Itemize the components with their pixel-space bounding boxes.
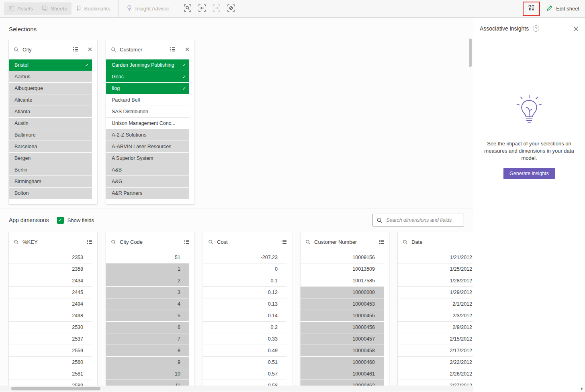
list-item[interactable]: 0 [203,263,286,275]
list-item[interactable]: 2494 [9,298,92,310]
list-icon[interactable] [281,239,287,245]
list-item[interactable]: A-ARVIN Laser Resources [106,141,189,152]
list-icon[interactable] [87,239,92,245]
list-icon[interactable] [378,239,384,245]
list-item[interactable]: 2530 [9,322,92,333]
list-item[interactable]: 1/25/2012 [398,263,473,275]
list-item[interactable]: Bolton [9,188,92,199]
close-panel-icon[interactable] [573,26,579,31]
sheets-button[interactable]: Sheets [37,2,71,15]
search-icon[interactable] [111,239,116,245]
list-item[interactable]: 1/29/2012 [398,287,473,298]
list-item[interactable]: Aarhus [9,71,92,82]
list-item[interactable]: 2358 [9,263,92,275]
list-item[interactable]: Atlanta [9,106,92,117]
list-item[interactable]: 2434 [9,275,92,286]
list-item[interactable]: Geac [106,71,189,82]
list-item[interactable]: 4 [106,298,189,310]
list-item[interactable]: 2/9/2012 [398,322,473,333]
clear-selections-button[interactable] [224,2,238,16]
close-icon[interactable] [185,47,190,52]
search-icon[interactable] [403,239,408,245]
list-item[interactable]: Packard Bell [106,94,189,106]
search-icon[interactable] [14,239,19,245]
close-icon[interactable] [88,47,92,52]
list-item[interactable]: 9 [106,357,189,368]
search-icon[interactable] [111,47,116,52]
list-item[interactable]: Ilog [106,83,189,94]
list-item[interactable]: 1 [106,263,189,275]
list-icon[interactable] [73,47,78,52]
list-item[interactable]: 0.1 [203,275,286,286]
insight-advisor-button[interactable]: Insight Advisor [122,2,174,15]
list-item[interactable]: 1/28/2012 [398,275,473,286]
list-item[interactable]: SAS Distribution [106,106,189,117]
list-item[interactable]: Berlin [9,164,92,176]
show-fields-checkbox[interactable] [57,217,64,224]
search-icon[interactable] [208,239,213,245]
list-item[interactable]: 5 [106,310,189,321]
horizontal-scrollbar-thumb[interactable] [11,387,100,390]
list-item[interactable]: 2353 [9,252,92,263]
list-item[interactable]: 2559 [9,345,92,356]
selections-tool-button[interactable] [528,4,535,13]
list-item[interactable]: Unison Management Conc... [106,118,189,129]
list-item[interactable]: 10013509 [301,263,384,275]
list-item[interactable]: 0.51 [203,357,286,368]
horizontal-scrollbar[interactable] [0,386,473,392]
list-item[interactable]: A Superior System [106,153,189,164]
list-item[interactable]: 2498 [9,310,92,321]
list-item[interactable]: 2/15/2012 [398,333,473,345]
scroll-right-arrow[interactable] [581,387,583,390]
list-item[interactable]: 0.12 [203,287,286,298]
list-item[interactable]: 0.14 [203,310,286,321]
list-item[interactable]: Carden Jennings Publishing [106,59,189,71]
list-item[interactable]: A&B [106,164,189,176]
list-item[interactable]: 2560 [9,357,92,368]
step-back-button[interactable] [195,2,209,16]
assets-button[interactable]: Assets [4,2,37,15]
list-item[interactable]: Baltimore [9,129,92,141]
list-icon[interactable] [184,239,190,245]
list-item[interactable]: Bristol [9,59,92,71]
list-item[interactable]: 10000457 [301,333,384,345]
list-item[interactable]: 10000455 [301,310,384,321]
list-item[interactable]: Albuquerque [9,83,92,94]
list-item[interactable]: Austin [9,118,92,129]
list-item[interactable]: 10000456 [301,322,384,333]
list-item[interactable]: 2/26/2012 [398,368,473,380]
list-item[interactable]: Birmingham [9,176,92,187]
search-icon[interactable] [305,239,311,245]
list-item[interactable]: 0.33 [203,333,286,345]
search-dimensions-input[interactable] [372,214,464,227]
list-item[interactable]: Alicante [9,94,92,106]
search-icon[interactable] [14,47,19,52]
list-item[interactable]: 0.49 [203,345,286,356]
list-item[interactable]: 10000458 [301,345,384,356]
list-item[interactable]: Bergen [9,153,92,164]
list-item[interactable]: 10000453 [301,298,384,310]
list-item[interactable]: 2445 [9,287,92,298]
edit-sheet-button[interactable]: Edit sheet [546,5,579,12]
search-selections-button[interactable] [180,2,195,16]
list-item[interactable]: 10 [106,368,189,380]
list-item[interactable]: A&R Partners [106,188,189,199]
generate-insights-button[interactable]: Generate insights [503,168,555,179]
list-item[interactable]: 0.13 [203,298,286,310]
list-item[interactable]: 2/17/2012 [398,345,473,356]
list-item[interactable]: A-2-Z Solutions [106,129,189,141]
list-item[interactable]: 1/21/2012 [398,252,473,263]
list-item[interactable]: 10000460 [301,357,384,368]
help-icon[interactable]: ? [533,25,539,32]
list-item[interactable]: 10009156 [301,252,384,263]
list-item[interactable]: 0.57 [203,368,286,380]
list-item[interactable]: 7 [106,333,189,345]
bookmarks-button[interactable]: Bookmarks [72,2,115,15]
list-item[interactable]: 8 [106,345,189,356]
list-item[interactable]: 0.2 [203,322,286,333]
list-item[interactable]: -207.23 [203,252,286,263]
list-item[interactable]: 2/22/2012 [398,357,473,368]
list-item[interactable]: 2581 [9,368,92,380]
list-item[interactable]: Barcelona [9,141,92,152]
list-item[interactable]: A&G [106,176,189,187]
